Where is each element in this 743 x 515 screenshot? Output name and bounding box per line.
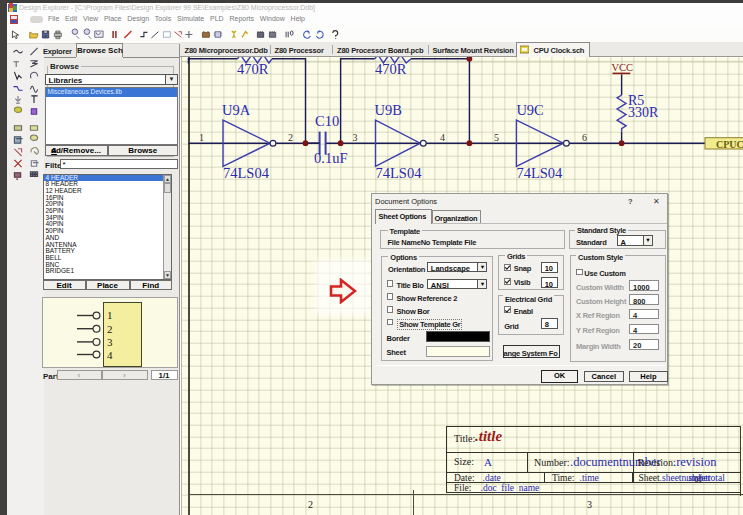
svg-text:1: 1 [107, 309, 113, 321]
svg-text:2: 2 [107, 322, 113, 334]
svg-text:3: 3 [107, 335, 113, 347]
svg-text:4: 4 [107, 348, 113, 360]
